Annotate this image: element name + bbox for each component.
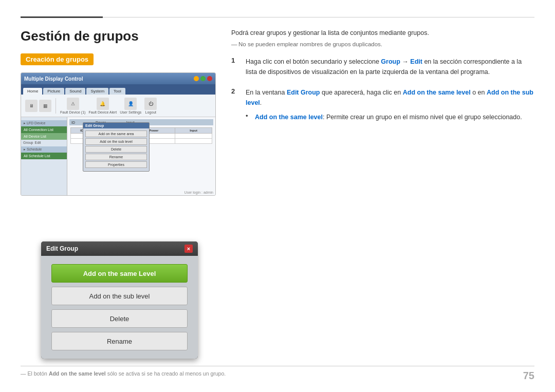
ss-tab-home[interactable]: Home [23, 88, 42, 95]
step-1-text-before: Haga clic con el botón secundario y sele… [246, 58, 381, 65]
bullet-link: Add on the same level [255, 114, 323, 121]
ss-toolbar: 🖥 ▦ ⚠ Fault Device (1) 🔔 Fault Device Al… [21, 95, 215, 117]
step-2-text-after: . [260, 99, 262, 106]
dark-line [21, 16, 103, 18]
step-2-text-mid2: o en [471, 89, 487, 96]
ss-tab-sound[interactable]: Sound [65, 88, 85, 95]
section-badge: Creación de grupos [21, 53, 94, 65]
bullet-dot: • [246, 112, 251, 120]
ss-title-text: Multiple Display Control [24, 76, 83, 82]
ss-all-schedule: All Schedule List [21, 153, 67, 159]
page-title: Gestión de grupos [21, 28, 221, 44]
light-line [103, 17, 534, 17]
step-1-link-group: Group [381, 58, 400, 65]
note-text: No se pueden emplear nombres de grupos d… [231, 41, 534, 47]
bottom-note-dash: — [21, 370, 27, 377]
popup-titlebar: Edit Group × [41, 241, 198, 256]
add-sub-level-button[interactable]: Add on the sub level [51, 287, 188, 305]
step-2-number: 2 [231, 87, 239, 95]
ss-tab-picture[interactable]: Picture [43, 88, 64, 95]
delete-button[interactable]: Delete [51, 309, 188, 328]
ss-tab-tool[interactable]: Tool [109, 88, 125, 95]
step-1-text: Haga clic con el botón secundario y sele… [246, 57, 534, 77]
popup-close-button[interactable]: × [184, 245, 193, 253]
ss-modal-btn4: Rename [85, 154, 147, 160]
bottom-note-bold: Add on the same level [49, 370, 106, 377]
ss-modal: Edit Group Add on the same area Add on t… [83, 122, 150, 172]
bullet-text: Add on the same level: Permite crear un … [255, 112, 522, 122]
ss-main: IDPowerInput Edit Group Add on the same … [67, 117, 215, 195]
step-1-number: 1 [231, 57, 239, 64]
ss-icon-monitor: 🖥 [25, 100, 38, 112]
step-1: 1 Haga clic con el botón secundario y se… [231, 57, 534, 77]
bullet-text-after: : Permite crear un grupo en el mismo niv… [323, 114, 522, 121]
ss-modal-btn3: Delete [85, 146, 147, 153]
ss-modal-btn5: Properties [85, 161, 147, 168]
step-2-link-editgroup: Edit Group [287, 89, 320, 96]
screenshot-top: Multiple Display Control Home Picture So… [21, 72, 216, 196]
ss-schedule-section: ▸ Schedule [21, 146, 67, 153]
ss-logout: ⏻ Logout [144, 98, 157, 114]
ss-modal-btn1: Add on the same area [85, 130, 147, 137]
rename-button[interactable]: Rename [51, 332, 188, 350]
bottom-note: — El botón Add on the same level sólo se… [21, 366, 534, 377]
ss-titlebar: Multiple Display Control [21, 73, 215, 84]
popup-title-text: Edit Group [46, 245, 78, 252]
ss-all-connection: All Connection List [21, 126, 67, 133]
ss-tab-system[interactable]: System [86, 88, 108, 95]
popup-body: Add on the same Level Add on the sub lev… [41, 256, 198, 359]
intro-text: Podrá crear grupos y gestionar la lista … [231, 28, 534, 38]
ss-user-settings: 👤 User Settings [120, 98, 141, 114]
step-2: 2 En la ventana Edit Group que aparecerá… [231, 87, 534, 122]
step-2-text: En la ventana Edit Group que aparecerá, … [246, 87, 534, 108]
add-same-level-button[interactable]: Add on the same Level [51, 264, 188, 283]
step-2-text-mid: que aparecerá, haga clic en [320, 89, 403, 96]
step-2-link-addsamelevel: Add on the same level [403, 89, 471, 96]
step-1-link-edit: Edit [410, 58, 422, 65]
left-panel: Gestión de grupos Creación de grupos Mul… [21, 28, 221, 204]
step-1-arrow: → [400, 58, 410, 65]
step-2-content: En la ventana Edit Group que aparecerá, … [246, 87, 534, 122]
ss-fault-alert: 🔔 Fault Device Alert [88, 98, 117, 114]
ss-modal-btn2: Add on the sub level [85, 138, 147, 145]
bottom-note-prefix: El botón [27, 370, 48, 377]
ss-content: ▸ LFD Device All Connection List All Dev… [21, 117, 215, 195]
page-number: 75 [523, 370, 534, 382]
ss-modal-title: Edit Group [83, 123, 149, 128]
ss-sidebar: ▸ LFD Device All Connection List All Dev… [21, 117, 67, 195]
bottom-note-suffix: sólo se activa si se ha creado al menos … [106, 370, 226, 377]
top-decorative-lines [21, 16, 534, 18]
ss-tabs: Home Picture Sound System Tool [21, 84, 215, 95]
step-2-text-before: En la ventana [246, 89, 287, 96]
ss-lfd-section: ▸ LFD Device [21, 120, 67, 126]
edit-group-popup: Edit Group × Add on the same Level Add o… [41, 241, 198, 359]
ss-fault-device: ⚠ Fault Device (1) [60, 98, 85, 114]
ss-icon-grid: ▦ [39, 100, 51, 112]
right-panel: Podrá crear grupos y gestionar la lista … [231, 28, 534, 133]
bullet-item: • Add on the same level: Permite crear u… [246, 112, 534, 122]
ss-all-device: All Device List [21, 133, 67, 140]
